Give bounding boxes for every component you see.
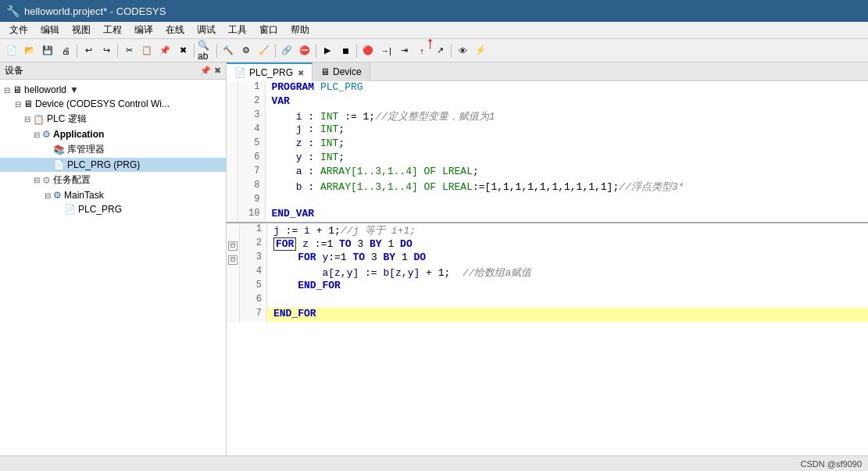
tab-plcprg[interactable]: 📄 PLC_PRG ✖ — [227, 62, 313, 81]
tree-item-maintask[interactable]: ⊟ ⚙ MainTask — [0, 188, 226, 202]
find-btn[interactable]: 🔍ab — [197, 42, 214, 59]
clean-btn[interactable]: 🧹 — [255, 42, 273, 59]
new-btn[interactable]: 📄 — [3, 42, 20, 59]
tree-item-task-config[interactable]: ⊟ ⚙ 任务配置 — [0, 172, 226, 188]
var-code-6[interactable]: y : INT; — [265, 152, 868, 166]
build-btn[interactable]: 🔨 — [220, 42, 237, 59]
helloworld-label: helloworld — [24, 84, 66, 95]
code-code-1[interactable]: j := i + 1;//j 等于 i+1; — [267, 223, 869, 237]
var-line-1: 1 PROGRAM PLC_PRG — [227, 81, 868, 95]
step3-btn[interactable]: ↑ — [413, 42, 430, 59]
tab-device[interactable]: 🖥 Device — [313, 62, 370, 81]
sidebar-title: 设备 — [5, 64, 23, 77]
code-code-2[interactable]: FOR z :=1 TO 3 BY 1 DO — [267, 237, 869, 252]
menu-project[interactable]: 工程 — [97, 22, 128, 38]
code-section: 1 j := i + 1;//j 等于 i+1; ⊟ 2 FOR z :=1 T… — [227, 223, 868, 455]
force-btn[interactable]: ⚡ — [472, 42, 489, 59]
var-margin-8 — [227, 180, 238, 194]
var-linenum-1: 1 — [238, 81, 265, 95]
paste-btn[interactable]: 📌 — [156, 42, 173, 59]
var-code-1[interactable]: PROGRAM PLC_PRG — [265, 81, 868, 95]
menu-file[interactable]: 文件 — [3, 22, 34, 38]
expand-icon-task[interactable]: ⊟ — [31, 176, 42, 184]
menu-online[interactable]: 在线 — [159, 22, 191, 38]
step-btn[interactable]: →| — [377, 42, 395, 59]
tree-item-device[interactable]: ⊟ 🖥 Device (CODESYS Control Wi... — [0, 97, 226, 111]
expand-icon[interactable]: ⊟ — [2, 86, 13, 95]
print-btn[interactable]: 🖨 — [57, 42, 74, 59]
code-code-5[interactable]: END_FOR — [267, 280, 869, 294]
application-label: Application — [53, 129, 104, 140]
tree-item-lib[interactable]: 📚 库管理器 — [0, 141, 226, 158]
menu-debug[interactable]: 调试 — [191, 22, 222, 38]
code-table: 1 j := i + 1;//j 等于 i+1; ⊟ 2 FOR z :=1 T… — [227, 223, 868, 322]
var-margin-3 — [227, 109, 238, 123]
menu-window[interactable]: 窗口 — [253, 22, 284, 38]
title-bar: 🔧 helloworld.project* - CODESYS — [0, 0, 868, 22]
code-linenum-4: 4 — [240, 266, 267, 280]
status-bar: CSDN @sf9090 — [0, 455, 868, 471]
sidebar-pin-btn[interactable]: 📌 — [200, 66, 211, 76]
save-btn[interactable]: 💾 — [39, 42, 56, 59]
var-code-4[interactable]: j : INT; — [265, 123, 868, 137]
tree-item-helloworld[interactable]: ⊟ 🖥 helloworld ▼ — [0, 83, 226, 97]
collapse-btn-2[interactable]: ⊟ — [228, 241, 238, 251]
tree-item-plc-logic[interactable]: ⊟ 📋 PLC 逻辑 — [0, 111, 226, 127]
login-btn[interactable]: 🔗 — [278, 42, 295, 59]
plcprg2-icon: 📄 — [64, 204, 76, 215]
maintask-label: MainTask — [64, 190, 104, 201]
open-btn[interactable]: 📂 — [21, 42, 38, 59]
expand-icon-device[interactable]: ⊟ — [13, 100, 23, 109]
step4-btn[interactable]: ↗ — [431, 42, 448, 59]
sidebar-close-btn[interactable]: ✖ — [214, 66, 221, 76]
var-code-8[interactable]: b : ARRAY[1..3,1..4] OF LREAL:=[1,1,1,1,… — [265, 180, 868, 194]
var-linenum-6: 6 — [238, 152, 265, 166]
stop-btn[interactable]: ⏹ — [337, 42, 354, 59]
copy-btn[interactable]: 📋 — [138, 42, 155, 59]
menu-tools[interactable]: 工具 — [222, 22, 253, 38]
var-code-2[interactable]: VAR — [265, 95, 868, 109]
var-code-5[interactable]: z : INT; — [265, 137, 868, 152]
tab-plcprg-close[interactable]: ✖ — [298, 69, 304, 77]
tree-item-plcprg[interactable]: 📄 PLC_PRG (PRG) — [0, 158, 226, 172]
code-code-6[interactable] — [267, 294, 869, 308]
watch-btn[interactable]: 👁 — [454, 42, 471, 59]
code-code-4[interactable]: a[z,y] := b[z,y] + 1; //给数组a赋值 — [267, 266, 869, 280]
cut-btn[interactable]: ✂ — [120, 42, 138, 59]
sep8 — [451, 44, 452, 58]
menu-edit[interactable]: 编辑 — [34, 22, 66, 38]
code-code-7[interactable]: END_FOR — [267, 308, 869, 322]
bp-btn[interactable]: 🔴 — [359, 42, 377, 59]
menu-view[interactable]: 视图 — [66, 22, 97, 38]
expand-icon-plc[interactable]: ⊟ — [22, 115, 33, 123]
collapse-btn-3[interactable]: ⊟ — [228, 255, 238, 265]
run-btn[interactable]: ▶ — [319, 42, 336, 59]
helloworld-dropdown[interactable]: ▼ — [70, 84, 79, 95]
logout-btn[interactable]: ⛔ — [296, 42, 313, 59]
var-code-7[interactable]: a : ARRAY[1..3,1..4] OF LREAL; — [265, 166, 868, 180]
code-linenum-6: 6 — [240, 294, 267, 308]
code-code-3[interactable]: FOR y:=1 TO 3 BY 1 DO — [267, 252, 869, 266]
expand-icon-maintask[interactable]: ⊟ — [42, 191, 53, 200]
redo-btn[interactable]: ↪ — [98, 42, 115, 59]
code-margin-5 — [227, 280, 240, 294]
undo-btn[interactable]: ↩ — [80, 42, 97, 59]
lib-icon: 📚 — [53, 145, 65, 155]
var-line-9: 9 — [227, 194, 868, 208]
delete-btn[interactable]: ✖ — [174, 42, 191, 59]
step2-btn[interactable]: ⇥ — [395, 42, 413, 59]
code-linenum-3: 3 — [240, 252, 267, 266]
expand-icon-app[interactable]: ⊟ — [31, 130, 42, 139]
tab-bar: 📄 PLC_PRG ✖ 🖥 Device — [227, 62, 868, 81]
menu-help[interactable]: 帮助 — [284, 22, 316, 38]
tree-item-plcprg2[interactable]: 📄 PLC_PRG — [0, 202, 226, 216]
var-code-9[interactable] — [265, 194, 868, 208]
menu-compile[interactable]: 编译 — [128, 22, 159, 38]
editor-area: 📄 PLC_PRG ✖ 🖥 Device 1 PROGRAM PLC_PRG — [227, 62, 868, 455]
build2-btn[interactable]: ⚙ — [238, 42, 255, 59]
var-linenum-8: 8 — [238, 180, 265, 194]
var-code-10[interactable]: END_VAR — [265, 208, 868, 222]
tree-item-application[interactable]: ⊟ ⚙ Application — [0, 127, 226, 141]
var-code-3[interactable]: i : INT := 1;//定义整型变量，赋值为1 — [265, 109, 868, 123]
var-line-6: 6 y : INT; — [227, 152, 868, 166]
